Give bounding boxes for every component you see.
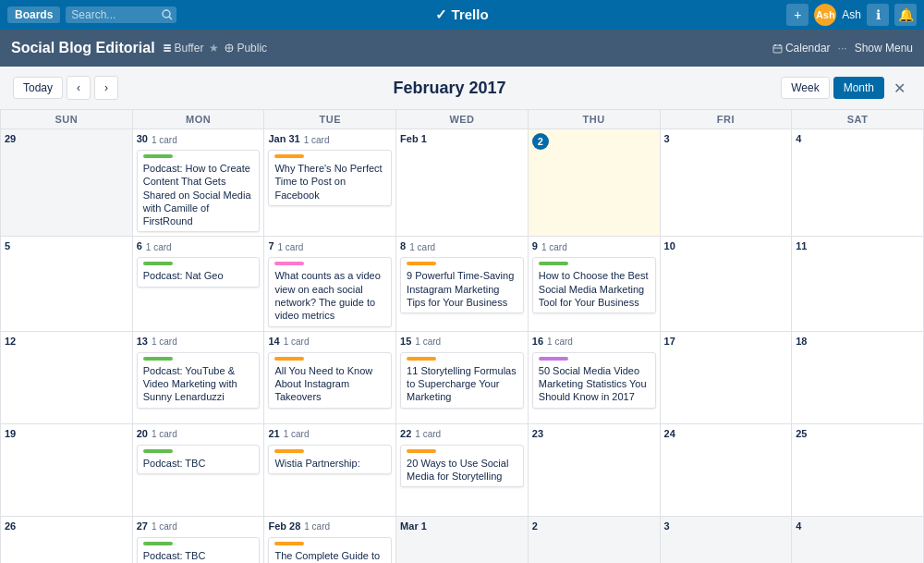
close-calendar-button[interactable]: ✕ xyxy=(888,78,911,99)
show-menu-link[interactable]: Show Menu xyxy=(855,42,913,55)
calendar-card[interactable]: How to Choose the Best Social Media Mark… xyxy=(532,257,656,313)
calendar-day[interactable]: 17 xyxy=(660,331,792,423)
calendar-day[interactable]: 161 card50 Social Media Video Marketing … xyxy=(528,331,660,423)
svg-rect-4 xyxy=(164,50,171,52)
day-header-info: 5 xyxy=(5,240,128,253)
calendar-card[interactable]: 20 Ways to Use Social Media for Storytel… xyxy=(400,445,524,488)
day-header-tue: Tue xyxy=(264,110,396,129)
calendar-card[interactable]: Wistia Partnership: xyxy=(268,445,392,474)
calendar-card[interactable]: What counts as a video view on each soci… xyxy=(268,257,392,326)
calendar-day[interactable]: 2 xyxy=(528,129,660,237)
calendar-day[interactable]: 91 cardHow to Choose the Best Social Med… xyxy=(528,237,660,331)
calendar-day[interactable]: 211 cardWistia Partnership: xyxy=(264,423,396,516)
calendar-day[interactable]: 25 xyxy=(792,423,924,516)
day-header-info: 11 xyxy=(796,240,919,253)
day-header-info: 24 xyxy=(664,428,788,441)
calendar-day[interactable]: 141 cardAll You Need to Know About Insta… xyxy=(264,331,396,423)
calendar-day[interactable]: 3 xyxy=(660,129,792,237)
calendar-card[interactable]: Podcast: TBC xyxy=(137,445,261,474)
calendar-card[interactable]: 11 Storytelling Formulas to Supercharge … xyxy=(400,352,524,409)
day-number: 9 xyxy=(532,240,538,251)
week-view-button[interactable]: Week xyxy=(781,77,829,99)
calendar-day[interactable]: 5 xyxy=(1,237,133,331)
calendar-day[interactable]: Mar 1 xyxy=(396,516,529,563)
calendar-day[interactable]: 24 xyxy=(660,423,792,516)
calendar-day[interactable]: 19 xyxy=(1,423,133,516)
card-label xyxy=(407,357,436,361)
day-header-mon: Mon xyxy=(132,110,264,129)
day-number: 30 xyxy=(137,133,148,144)
day-number: 17 xyxy=(664,336,675,347)
calendar-day[interactable]: 23 xyxy=(528,423,660,516)
calendar-day[interactable]: 12 xyxy=(1,331,133,423)
calendar-day[interactable]: 201 cardPodcast: TBC xyxy=(132,423,264,516)
day-header-info: 2 xyxy=(532,133,656,152)
add-button[interactable]: + xyxy=(786,4,808,26)
search-input[interactable] xyxy=(66,6,176,23)
calendar-day[interactable]: Jan 311 cardWhy There's No Perfect Time … xyxy=(264,129,396,237)
day-number: Jan 31 xyxy=(268,133,299,144)
today-button[interactable]: Today xyxy=(13,77,63,99)
day-header-info: 71 card xyxy=(268,240,392,253)
avatar[interactable]: Ash xyxy=(814,4,836,26)
calendar-day[interactable]: 151 card11 Storytelling Formulas to Supe… xyxy=(396,331,529,423)
calendar-card[interactable]: The Complete Guide to Instagram Advertis… xyxy=(268,537,392,563)
calendar-card[interactable]: All You Need to Know About Instagram Tak… xyxy=(268,352,392,409)
calendar-day[interactable]: 71 cardWhat counts as a video view on ea… xyxy=(264,237,396,331)
day-header-info: 2 xyxy=(532,520,656,533)
calendar-day[interactable]: 3 xyxy=(660,516,792,563)
calendar-day[interactable]: 131 cardPodcast: YouTube & Video Marketi… xyxy=(132,331,264,423)
calendar-card[interactable]: 9 Powerful Time-Saving Instagram Marketi… xyxy=(400,257,524,313)
card-label xyxy=(407,262,436,265)
day-card-count: 1 card xyxy=(152,521,177,532)
buffer-badge[interactable]: Buffer xyxy=(163,42,204,55)
calendar-day[interactable]: 221 card20 Ways to Use Social Media for … xyxy=(396,423,529,516)
day-number: 3 xyxy=(664,520,670,532)
boards-button[interactable]: Boards xyxy=(7,6,60,23)
calendar-day[interactable]: 26 xyxy=(1,516,133,563)
calendar-day[interactable]: 4 xyxy=(792,516,924,563)
next-month-button[interactable]: › xyxy=(94,76,118,100)
calendar-link[interactable]: Calendar xyxy=(772,42,831,55)
month-view-button[interactable]: Month xyxy=(833,77,884,99)
calendar-day[interactable]: 10 xyxy=(660,237,792,331)
calendar-card[interactable]: Why There's No Perfect Time to Post on F… xyxy=(268,150,392,206)
svg-rect-3 xyxy=(164,47,171,49)
calendar-day[interactable]: 29 xyxy=(1,129,133,237)
info-button[interactable]: ℹ xyxy=(867,4,889,26)
calendar-day[interactable]: 301 cardPodcast: How to Create Content T… xyxy=(132,129,264,237)
notification-button[interactable]: 🔔 xyxy=(894,4,917,26)
calendar-day[interactable]: 2 xyxy=(528,516,660,563)
card-label xyxy=(143,542,173,545)
calendar-day[interactable]: 61 cardPodcast: Nat Geo xyxy=(132,237,264,331)
calendar-day[interactable]: 81 card9 Powerful Time-Saving Instagram … xyxy=(396,237,529,331)
day-number: 21 xyxy=(268,428,279,439)
day-header-info: 271 card xyxy=(137,520,261,533)
calendar-day[interactable]: 271 cardPodcast: TBC xyxy=(132,516,264,563)
calendar-week-3: 19201 cardPodcast: TBC211 cardWistia Par… xyxy=(1,423,924,516)
day-header-sun: Sun xyxy=(1,110,133,129)
day-header-info: 10 xyxy=(664,240,788,253)
day-number: Mar 1 xyxy=(400,520,427,532)
calendar-day[interactable]: 4 xyxy=(792,129,924,237)
day-card-count: 1 card xyxy=(304,521,330,532)
calendar-day[interactable]: Feb 281 cardThe Complete Guide to Instag… xyxy=(264,516,396,563)
calendar-card[interactable]: Podcast: TBC xyxy=(137,537,261,563)
cal-toolbar-left: Today ‹ › xyxy=(13,76,118,100)
day-card-count: 1 card xyxy=(284,337,310,347)
day-header-info: 25 xyxy=(796,428,919,441)
card-label xyxy=(407,449,436,453)
calendar-card[interactable]: Podcast: YouTube & Video Marketing with … xyxy=(137,352,261,409)
calendar-card[interactable]: Podcast: Nat Geo xyxy=(137,257,261,287)
day-number: 2 xyxy=(532,133,549,150)
calendar-card[interactable]: 50 Social Media Video Marketing Statisti… xyxy=(532,352,656,409)
cal-toolbar-right: Week Month ✕ xyxy=(781,77,911,99)
card-label xyxy=(143,449,173,453)
day-number: 12 xyxy=(5,336,16,347)
day-header-info: 61 card xyxy=(137,240,261,253)
calendar-day[interactable]: Feb 1 xyxy=(396,129,529,237)
calendar-card[interactable]: Podcast: How to Create Content That Gets… xyxy=(137,150,261,232)
calendar-day[interactable]: 18 xyxy=(792,331,924,423)
calendar-day[interactable]: 11 xyxy=(792,237,924,331)
prev-month-button[interactable]: ‹ xyxy=(67,76,91,100)
